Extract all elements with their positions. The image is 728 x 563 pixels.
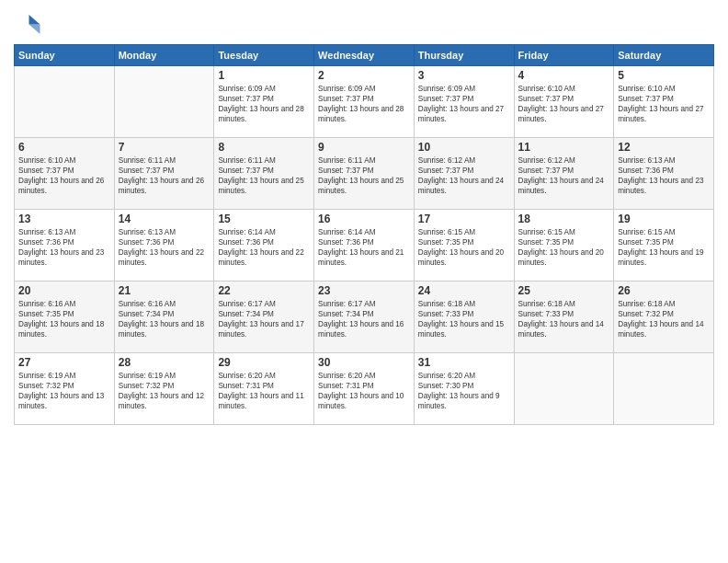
calendar-cell: 12Sunrise: 6:13 AMSunset: 7:36 PMDayligh… — [614, 138, 714, 210]
calendar-cell: 7Sunrise: 6:11 AMSunset: 7:37 PMDaylight… — [114, 138, 214, 210]
calendar-cell: 5Sunrise: 6:10 AMSunset: 7:37 PMDaylight… — [614, 66, 714, 138]
calendar-cell: 22Sunrise: 6:17 AMSunset: 7:34 PMDayligh… — [214, 282, 314, 353]
calendar-cell — [114, 66, 214, 138]
day-info: Sunrise: 6:16 AMSunset: 7:34 PMDaylight:… — [119, 299, 210, 339]
day-number: 25 — [518, 284, 610, 297]
day-header-sunday: Sunday — [15, 45, 115, 66]
day-number: 22 — [218, 284, 310, 297]
calendar-cell: 26Sunrise: 6:18 AMSunset: 7:32 PMDayligh… — [614, 282, 714, 353]
day-number: 21 — [119, 284, 210, 297]
day-number: 20 — [18, 284, 110, 297]
calendar-cell: 11Sunrise: 6:12 AMSunset: 7:37 PMDayligh… — [514, 138, 614, 210]
calendar-cell: 31Sunrise: 6:20 AMSunset: 7:30 PMDayligh… — [414, 353, 514, 425]
day-number: 3 — [418, 69, 510, 82]
day-number: 8 — [218, 141, 310, 154]
day-number: 9 — [318, 141, 410, 154]
day-info: Sunrise: 6:11 AMSunset: 7:37 PMDaylight:… — [318, 155, 410, 196]
day-info: Sunrise: 6:12 AMSunset: 7:37 PMDaylight:… — [518, 155, 610, 196]
calendar-cell: 24Sunrise: 6:18 AMSunset: 7:33 PMDayligh… — [414, 282, 514, 353]
day-number: 2 — [318, 69, 410, 82]
calendar-cell: 16Sunrise: 6:14 AMSunset: 7:36 PMDayligh… — [314, 210, 415, 282]
calendar-cell: 18Sunrise: 6:15 AMSunset: 7:35 PMDayligh… — [514, 210, 614, 282]
logo-icon — [14, 9, 41, 37]
calendar-header: SundayMondayTuesdayWednesdayThursdayFrid… — [15, 45, 714, 66]
calendar-cell: 9Sunrise: 6:11 AMSunset: 7:37 PMDaylight… — [314, 138, 415, 210]
calendar-cell: 2Sunrise: 6:09 AMSunset: 7:37 PMDaylight… — [314, 66, 415, 138]
calendar-cell — [614, 353, 714, 425]
day-info: Sunrise: 6:16 AMSunset: 7:35 PMDaylight:… — [18, 299, 110, 339]
day-info: Sunrise: 6:20 AMSunset: 7:31 PMDaylight:… — [218, 371, 310, 411]
day-info: Sunrise: 6:10 AMSunset: 7:37 PMDaylight:… — [618, 84, 710, 124]
day-number: 1 — [218, 69, 310, 82]
day-info: Sunrise: 6:14 AMSunset: 7:36 PMDaylight:… — [218, 227, 310, 268]
day-info: Sunrise: 6:17 AMSunset: 7:34 PMDaylight:… — [218, 299, 310, 339]
day-header-thursday: Thursday — [414, 45, 514, 66]
calendar-cell: 20Sunrise: 6:16 AMSunset: 7:35 PMDayligh… — [15, 282, 115, 353]
day-info: Sunrise: 6:12 AMSunset: 7:37 PMDaylight:… — [418, 155, 510, 196]
day-info: Sunrise: 6:11 AMSunset: 7:37 PMDaylight:… — [119, 155, 210, 196]
day-number: 27 — [18, 356, 110, 369]
day-header-monday: Monday — [114, 45, 214, 66]
day-number: 7 — [119, 141, 210, 154]
day-info: Sunrise: 6:20 AMSunset: 7:30 PMDaylight:… — [418, 371, 510, 411]
day-number: 14 — [119, 213, 210, 225]
calendar-cell: 23Sunrise: 6:17 AMSunset: 7:34 PMDayligh… — [314, 282, 415, 353]
day-info: Sunrise: 6:18 AMSunset: 7:33 PMDaylight:… — [518, 299, 610, 339]
calendar-cell: 3Sunrise: 6:09 AMSunset: 7:37 PMDaylight… — [414, 66, 514, 138]
calendar-cell: 14Sunrise: 6:13 AMSunset: 7:36 PMDayligh… — [114, 210, 214, 282]
day-info: Sunrise: 6:13 AMSunset: 7:36 PMDaylight:… — [119, 227, 210, 268]
calendar-cell: 21Sunrise: 6:16 AMSunset: 7:34 PMDayligh… — [114, 282, 214, 353]
day-number: 31 — [418, 356, 510, 369]
day-info: Sunrise: 6:15 AMSunset: 7:35 PMDaylight:… — [418, 227, 510, 268]
day-number: 24 — [418, 284, 510, 297]
day-info: Sunrise: 6:09 AMSunset: 7:37 PMDaylight:… — [218, 84, 310, 124]
day-number: 30 — [318, 356, 410, 369]
day-info: Sunrise: 6:14 AMSunset: 7:36 PMDaylight:… — [318, 227, 410, 268]
calendar-cell: 15Sunrise: 6:14 AMSunset: 7:36 PMDayligh… — [214, 210, 314, 282]
day-info: Sunrise: 6:17 AMSunset: 7:34 PMDaylight:… — [318, 299, 410, 339]
day-number: 28 — [119, 356, 210, 369]
calendar-cell: 28Sunrise: 6:19 AMSunset: 7:32 PMDayligh… — [114, 353, 214, 425]
day-number: 5 — [618, 69, 710, 82]
calendar-cell: 17Sunrise: 6:15 AMSunset: 7:35 PMDayligh… — [414, 210, 514, 282]
calendar-cell: 13Sunrise: 6:13 AMSunset: 7:36 PMDayligh… — [15, 210, 115, 282]
day-info: Sunrise: 6:20 AMSunset: 7:31 PMDaylight:… — [318, 371, 410, 411]
day-info: Sunrise: 6:13 AMSunset: 7:36 PMDaylight:… — [18, 227, 110, 268]
day-number: 29 — [218, 356, 310, 369]
day-header-wednesday: Wednesday — [314, 45, 415, 66]
day-number: 16 — [318, 213, 410, 225]
page-header — [14, 9, 714, 37]
calendar-cell: 1Sunrise: 6:09 AMSunset: 7:37 PMDaylight… — [214, 66, 314, 138]
day-number: 15 — [218, 213, 310, 225]
calendar-table: SundayMondayTuesdayWednesdayThursdayFrid… — [14, 44, 714, 425]
calendar-cell: 25Sunrise: 6:18 AMSunset: 7:33 PMDayligh… — [514, 282, 614, 353]
logo — [14, 9, 45, 37]
day-info: Sunrise: 6:13 AMSunset: 7:36 PMDaylight:… — [618, 155, 710, 196]
svg-marker-1 — [29, 25, 40, 35]
day-info: Sunrise: 6:15 AMSunset: 7:35 PMDaylight:… — [618, 227, 710, 268]
day-number: 12 — [618, 141, 710, 154]
calendar-cell: 29Sunrise: 6:20 AMSunset: 7:31 PMDayligh… — [214, 353, 314, 425]
calendar-cell: 19Sunrise: 6:15 AMSunset: 7:35 PMDayligh… — [614, 210, 714, 282]
day-number: 4 — [518, 69, 610, 82]
calendar-cell: 4Sunrise: 6:10 AMSunset: 7:37 PMDaylight… — [514, 66, 614, 138]
day-header-friday: Friday — [514, 45, 614, 66]
day-number: 19 — [618, 213, 710, 225]
day-header-tuesday: Tuesday — [214, 45, 314, 66]
day-info: Sunrise: 6:18 AMSunset: 7:32 PMDaylight:… — [618, 299, 710, 339]
svg-marker-0 — [29, 15, 40, 25]
day-info: Sunrise: 6:19 AMSunset: 7:32 PMDaylight:… — [18, 371, 110, 411]
day-info: Sunrise: 6:09 AMSunset: 7:37 PMDaylight:… — [318, 84, 410, 124]
day-info: Sunrise: 6:10 AMSunset: 7:37 PMDaylight:… — [518, 84, 610, 124]
calendar-cell: 8Sunrise: 6:11 AMSunset: 7:37 PMDaylight… — [214, 138, 314, 210]
day-number: 26 — [618, 284, 710, 297]
calendar-cell: 10Sunrise: 6:12 AMSunset: 7:37 PMDayligh… — [414, 138, 514, 210]
day-number: 13 — [18, 213, 110, 225]
calendar-cell: 6Sunrise: 6:10 AMSunset: 7:37 PMDaylight… — [15, 138, 115, 210]
calendar-cell: 27Sunrise: 6:19 AMSunset: 7:32 PMDayligh… — [15, 353, 115, 425]
day-number: 23 — [318, 284, 410, 297]
day-number: 10 — [418, 141, 510, 154]
day-info: Sunrise: 6:18 AMSunset: 7:33 PMDaylight:… — [418, 299, 510, 339]
day-info: Sunrise: 6:11 AMSunset: 7:37 PMDaylight:… — [218, 155, 310, 196]
day-number: 18 — [518, 213, 610, 225]
